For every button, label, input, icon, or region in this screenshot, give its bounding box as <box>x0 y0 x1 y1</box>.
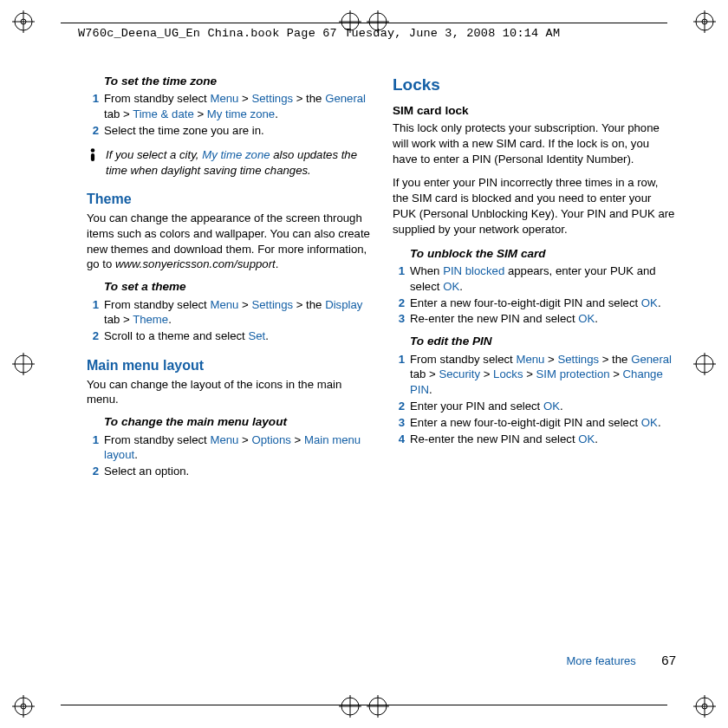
heading-main-menu-layout: Main menu layout <box>87 356 370 375</box>
theme-body: You can change the appearance of the scr… <box>87 211 370 272</box>
list-item: 1 From standby select Menu > Settings > … <box>87 297 370 328</box>
step-text: Re-enter the new PIN and select OK. <box>410 432 676 447</box>
top-rule <box>61 23 667 23</box>
step-number: 1 <box>393 352 405 398</box>
steps-set-theme: 1 From standby select Menu > Settings > … <box>87 297 370 344</box>
page-content: To set the time zone 1 From standby sele… <box>87 74 676 667</box>
steps-unblock-sim: 1 When PIN blocked appears, enter your P… <box>393 263 676 327</box>
step-text: From standby select Menu > Options > Mai… <box>104 432 370 464</box>
step-text: When PIN blocked appears, enter your PUK… <box>410 263 676 295</box>
list-item: 3 Enter a new four-to-eight-digit PIN an… <box>393 415 676 431</box>
footer-page-number: 67 <box>661 653 676 667</box>
heading-sim-card-lock: SIM card lock <box>393 103 676 119</box>
step-number: 4 <box>393 432 405 447</box>
register-mark-tr <box>693 10 716 33</box>
register-mark-br <box>693 695 716 718</box>
locks-p1: This lock only protects your subscriptio… <box>393 120 676 166</box>
bottom-rule <box>61 705 667 705</box>
heading-locks: Locks <box>393 74 676 96</box>
list-item: 3 Re-enter the new PIN and select OK. <box>393 311 676 327</box>
heading-set-time-zone: To set the time zone <box>104 74 370 89</box>
register-mark-mr <box>693 353 716 375</box>
steps-set-time-zone: 1 From standby select Menu > Settings > … <box>87 91 370 138</box>
step-number: 2 <box>87 464 99 479</box>
list-item: 2 Enter your PIN and select OK. <box>393 399 676 414</box>
register-mark-bl <box>12 695 35 718</box>
step-number: 1 <box>393 263 405 295</box>
info-icon <box>87 148 99 162</box>
list-item: 4 Re-enter the new PIN and select OK. <box>393 432 676 447</box>
svg-point-34 <box>91 148 95 153</box>
step-number: 1 <box>87 91 99 122</box>
step-text: From standby select Menu > Settings > th… <box>410 352 676 398</box>
steps-change-layout: 1 From standby select Menu > Options > M… <box>87 432 370 479</box>
list-item: 1 From standby select Menu > Settings > … <box>393 352 676 398</box>
step-number: 3 <box>393 311 405 327</box>
footer-section-name: More features <box>566 654 635 667</box>
step-text: From standby select Menu > Settings > th… <box>104 297 370 328</box>
step-number: 3 <box>393 415 405 431</box>
step-number: 2 <box>87 328 99 344</box>
list-item: 2 Select the time zone you are in. <box>87 123 370 139</box>
right-column: Locks SIM card lock This lock only prote… <box>393 74 676 667</box>
heading-unblock-sim: To unblock the SIM card <box>410 246 676 262</box>
step-number: 2 <box>393 399 405 414</box>
heading-set-theme: To set a theme <box>104 279 370 295</box>
step-number: 2 <box>393 296 405 311</box>
step-text: Enter your PIN and select OK. <box>410 399 676 414</box>
note-text: If you select a city, My time zone also … <box>106 147 370 179</box>
heading-change-layout: To change the main menu layout <box>104 414 370 430</box>
step-text: Re-enter the new PIN and select OK. <box>410 311 676 327</box>
step-text: Enter a new four-to-eight-digit PIN and … <box>410 296 676 311</box>
list-item: 2 Enter a new four-to-eight-digit PIN an… <box>393 296 676 311</box>
heading-edit-pin: To edit the PIN <box>410 334 676 349</box>
header-filepath: W760c_Deena_UG_En China.book Page 67 Tue… <box>78 26 560 42</box>
list-item: 1 From standby select Menu > Settings > … <box>87 91 370 122</box>
list-item: 1 From standby select Menu > Options > M… <box>87 432 370 464</box>
step-number: 1 <box>87 432 99 464</box>
svg-rect-35 <box>91 153 94 161</box>
step-text: Select the time zone you are in. <box>104 123 370 139</box>
locks-p2: If you enter your PIN incorrectly three … <box>393 175 676 237</box>
left-column: To set the time zone 1 From standby sele… <box>87 74 370 667</box>
register-mark-tl <box>12 10 35 33</box>
note-daylight-saving: If you select a city, My time zone also … <box>87 147 370 179</box>
footer: More features 67 <box>566 652 676 669</box>
register-mark-mb <box>339 695 389 718</box>
mainmenu-body: You can change the layout of the icons i… <box>87 377 370 408</box>
heading-theme: Theme <box>87 190 370 209</box>
step-text: From standby select Menu > Settings > th… <box>104 91 370 122</box>
step-text: Select an option. <box>104 464 370 479</box>
step-number: 2 <box>87 123 99 139</box>
step-text: Enter a new four-to-eight-digit PIN and … <box>410 415 676 431</box>
register-mark-ml <box>12 353 35 375</box>
list-item: 1 When PIN blocked appears, enter your P… <box>393 263 676 295</box>
step-number: 1 <box>87 297 99 328</box>
list-item: 2 Select an option. <box>87 464 370 479</box>
step-text: Scroll to a theme and select Set. <box>104 328 370 344</box>
steps-edit-pin: 1 From standby select Menu > Settings > … <box>393 352 676 447</box>
list-item: 2 Scroll to a theme and select Set. <box>87 328 370 344</box>
